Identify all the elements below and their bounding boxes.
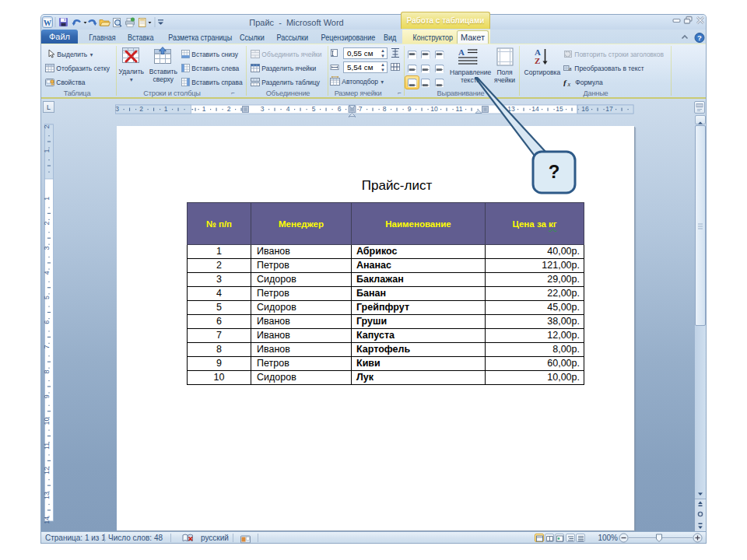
svg-text:A: A: [458, 47, 465, 57]
svg-text:1: 1: [202, 105, 206, 113]
svg-text:2: 2: [139, 105, 143, 113]
svg-text:16: 16: [581, 105, 589, 113]
svg-text:11: 11: [456, 105, 463, 113]
svg-text:15: 15: [556, 105, 563, 113]
svg-text:3: 3: [43, 246, 51, 250]
svg-text:W: W: [44, 19, 51, 27]
svg-text:a: a: [569, 65, 572, 72]
svg-text:11: 11: [43, 443, 51, 450]
svg-text:2: 2: [43, 124, 51, 128]
svg-text:7: 7: [43, 345, 51, 349]
svg-text:9: 9: [408, 105, 412, 113]
svg-text:?: ?: [697, 33, 702, 42]
svg-text:9: 9: [43, 394, 51, 398]
svg-text:4: 4: [286, 105, 290, 113]
svg-text:8: 8: [383, 105, 387, 113]
svg-text:8: 8: [43, 369, 51, 373]
svg-text:2: 2: [43, 222, 51, 226]
svg-text:x: x: [567, 81, 571, 87]
svg-text:1: 1: [43, 197, 51, 201]
svg-text:1: 1: [43, 149, 51, 152]
svg-text:6: 6: [338, 105, 342, 113]
svg-text:14: 14: [43, 516, 51, 524]
svg-text:14: 14: [531, 105, 539, 113]
svg-text:2: 2: [227, 105, 231, 113]
svg-text:1: 1: [164, 105, 168, 113]
svg-text:3: 3: [261, 105, 265, 113]
svg-text:f: f: [563, 78, 567, 86]
svg-text:5: 5: [312, 105, 316, 113]
svg-text:12: 12: [43, 467, 51, 474]
svg-text:5: 5: [43, 296, 51, 299]
svg-text:10: 10: [43, 417, 51, 425]
svg-text:Z: Z: [535, 56, 540, 65]
svg-text:4: 4: [43, 271, 51, 275]
svg-text:13: 13: [43, 492, 51, 499]
svg-text:10: 10: [430, 105, 438, 113]
svg-text:7: 7: [359, 105, 363, 113]
svg-text:17: 17: [605, 105, 613, 113]
svg-text:6: 6: [43, 320, 51, 324]
svg-text:3: 3: [115, 105, 119, 113]
svg-text:13: 13: [507, 105, 515, 113]
